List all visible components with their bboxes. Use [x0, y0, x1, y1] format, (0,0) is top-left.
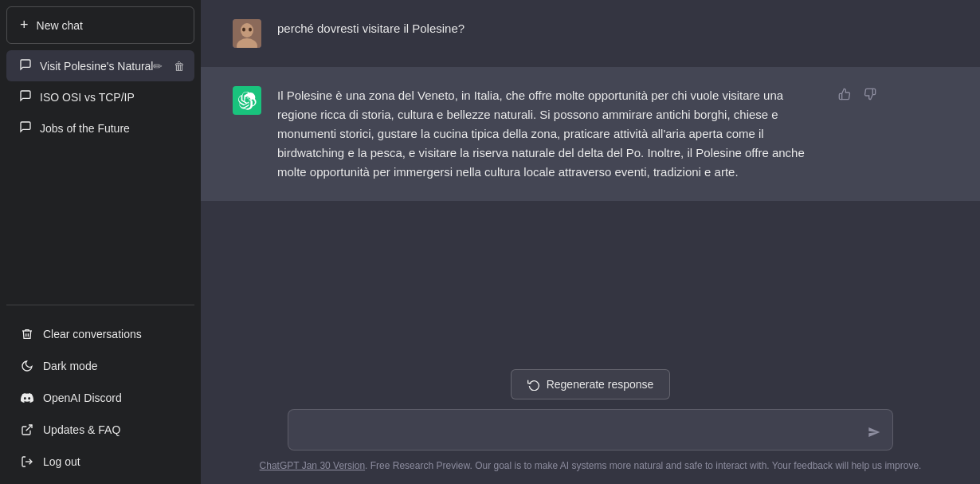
send-button[interactable] [864, 423, 884, 444]
dark-mode-label: Dark mode [43, 360, 97, 372]
chat-icon [19, 58, 32, 73]
thumbs-down-button[interactable] [860, 86, 880, 105]
assistant-avatar [233, 86, 261, 115]
sidebar-item-visit-polesine[interactable]: Visit Polesine's Natural ✏ 🗑 [6, 50, 194, 81]
updates-faq-button[interactable]: Updates & FAQ [6, 414, 194, 446]
discord-button[interactable]: OpenAI Discord [6, 382, 194, 414]
logout-label: Log out [43, 455, 80, 468]
new-chat-label: New chat [37, 19, 83, 32]
assistant-message-row: Il Polesine è una zona del Veneto, in It… [201, 67, 980, 201]
main-chat: perché dovresti visitare il Polesine? Il… [201, 0, 980, 484]
svg-point-6 [249, 28, 252, 32]
delete-chat-button[interactable]: 🗑 [171, 58, 188, 74]
trash-icon [19, 326, 35, 342]
user-avatar [233, 19, 261, 48]
sidebar-item-iso-osi[interactable]: ISO OSI vs TCP/IP [6, 81, 194, 112]
sidebar-item-label-jobs: Jobs of the Future [40, 122, 182, 135]
sidebar-item-jobs-future[interactable]: Jobs of the Future [6, 112, 194, 144]
thumbs-up-button[interactable] [835, 86, 854, 105]
sidebar-top: + New chat Visit Polesine's Natural ✏ 🗑 [0, 0, 201, 298]
assistant-message-text: Il Polesine è una zona del Veneto, in It… [277, 86, 819, 182]
footer-text-body: . Free Research Preview. Our goal is to … [365, 460, 921, 471]
sidebar-divider [6, 305, 194, 305]
user-message-text: perché dovresti visitare il Polesine? [277, 19, 819, 48]
clear-label: Clear conversations [43, 328, 142, 340]
chat-icon-jobs [19, 120, 32, 136]
edit-chat-button[interactable]: ✏ [150, 58, 166, 74]
new-chat-button[interactable]: + New chat [6, 6, 194, 44]
moon-icon [19, 358, 35, 374]
item-actions: ✏ 🗑 [150, 58, 188, 74]
svg-line-0 [26, 425, 32, 431]
chat-messages: perché dovresti visitare il Polesine? Il… [201, 0, 980, 360]
discord-icon [19, 390, 35, 406]
updates-label: Updates & FAQ [43, 423, 120, 436]
chat-input[interactable] [288, 409, 893, 451]
user-message-row: perché dovresti visitare il Polesine? [201, 0, 980, 67]
message-actions [835, 86, 880, 182]
external-link-icon [19, 422, 35, 438]
dark-mode-button[interactable]: Dark mode [6, 350, 194, 382]
footer-link[interactable]: ChatGPT Jan 30 Version [260, 460, 366, 471]
input-area [288, 409, 893, 454]
discord-label: OpenAI Discord [43, 392, 122, 404]
chat-bottom: Regenerate response ChatGPT Jan 30 Versi… [201, 360, 980, 485]
regenerate-label: Regenerate response [547, 378, 654, 391]
clear-conversations-button[interactable]: Clear conversations [6, 318, 194, 350]
logout-icon [19, 454, 35, 470]
footer: ChatGPT Jan 30 Version. Free Research Pr… [260, 460, 922, 471]
sidebar-bottom: Clear conversations Dark mode OpenAI Dis… [0, 312, 201, 484]
regenerate-button[interactable]: Regenerate response [511, 369, 671, 399]
chat-icon-iso [19, 89, 32, 104]
plus-icon: + [20, 17, 29, 33]
sidebar-item-label-iso: ISO OSI vs TCP/IP [40, 91, 182, 104]
svg-point-5 [242, 28, 245, 32]
sidebar: + New chat Visit Polesine's Natural ✏ 🗑 [0, 0, 201, 484]
logout-button[interactable]: Log out [6, 446, 194, 478]
